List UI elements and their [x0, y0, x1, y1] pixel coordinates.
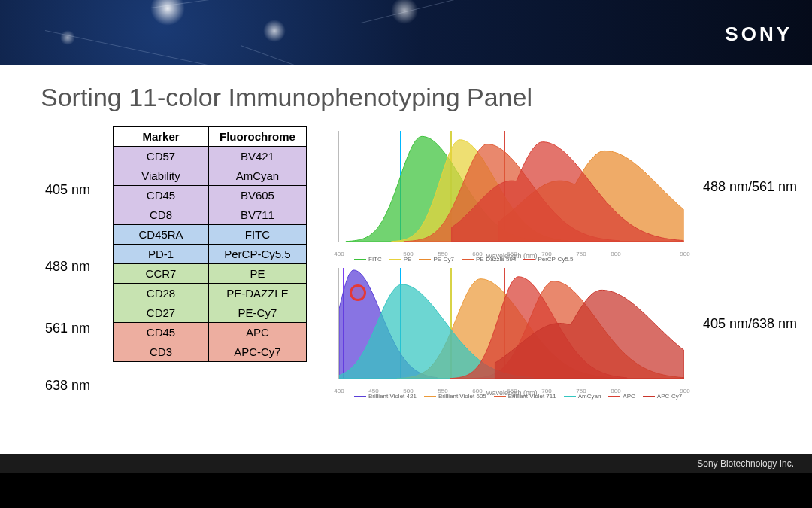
sony-logo: SONY [725, 23, 792, 44]
chart-side-label: 488 nm/561 nm [703, 178, 797, 194]
slide-title: Sorting 11-color Immunophenotyping Panel [41, 83, 532, 112]
laser-label: 561 nm [45, 321, 90, 336]
cell-marker: CD57 [114, 147, 209, 166]
cell-marker: CD28 [114, 284, 209, 303]
bottom-letterbox [0, 473, 812, 508]
cell-fluorochrome: AmCyan [209, 166, 307, 186]
table-header-fluorochrome: Fluorochrome [209, 127, 307, 147]
cell-marker: CD3 [114, 342, 209, 362]
presenter-cursor-icon [350, 284, 366, 301]
cell-fluorochrome: BV605 [209, 186, 307, 205]
table-row: CD45RAFITC [114, 225, 307, 245]
fluorochrome-table: Marker Fluorochrome CD57BV421ViabilityAm… [113, 126, 307, 362]
chart-legend: FITCPEPE-Cy7PE-Dazzle 594PerCP-Cy5.5 [354, 256, 574, 263]
spectra-charts: 400500550600650700750800900Wavelength (n… [338, 131, 804, 405]
cell-marker: CCR7 [114, 264, 209, 284]
cell-marker: CD45RA [114, 225, 209, 245]
table-row: CD28PE-DAZZLE [114, 284, 307, 303]
cell-fluorochrome: PE [209, 264, 307, 284]
chart-side-label: 405 nm/638 nm [703, 315, 797, 331]
spectrum-chart-405-638: 400450500550600650700750800900Wavelength… [338, 268, 684, 379]
top-banner: SONY [0, 0, 812, 65]
table-row: CD3APC-Cy7 [114, 342, 307, 362]
table-header-marker: Marker [114, 127, 209, 147]
laser-label: 488 nm [45, 259, 90, 275]
table-row: CCR7PE [114, 264, 307, 284]
cell-fluorochrome: PE-Cy7 [209, 303, 307, 323]
laser-label: 638 nm [45, 378, 90, 394]
cell-marker: CD45 [114, 186, 209, 205]
table-row: CD57BV421 [114, 147, 307, 166]
cell-fluorochrome: PE-DAZZLE [209, 284, 307, 303]
cell-fluorochrome: BV421 [209, 147, 307, 166]
cell-marker: PD-1 [114, 245, 209, 264]
cell-fluorochrome: APC [209, 323, 307, 342]
spectrum-chart-488-561: 400500550600650700750800900Wavelength (n… [338, 131, 684, 242]
sony-logo-text: SONY [725, 23, 792, 45]
table-row: CD45APC [114, 323, 307, 342]
cell-fluorochrome: PerCP-Cy5.5 [209, 245, 307, 264]
cell-fluorochrome: APC-Cy7 [209, 342, 307, 362]
table-row: CD45BV605 [114, 186, 307, 205]
cell-fluorochrome: BV711 [209, 205, 307, 225]
table-row: CD8BV711 [114, 205, 307, 225]
table-row: ViabilityAmCyan [114, 166, 307, 186]
cell-fluorochrome: FITC [209, 225, 307, 245]
cell-marker: Viability [114, 166, 209, 186]
cell-marker: CD8 [114, 205, 209, 225]
laser-label: 405 nm [45, 182, 90, 198]
chart-legend: Brilliant Violet 421Brilliant Violet 605… [354, 393, 682, 400]
footer-text: Sony Biotechnology Inc. [697, 458, 794, 469]
cell-marker: CD27 [114, 303, 209, 323]
footer-strip: Sony Biotechnology Inc. [0, 454, 812, 473]
table-row: PD-1PerCP-Cy5.5 [114, 245, 307, 264]
slide: SONY Sorting 11-color Immunophenotyping … [0, 0, 812, 508]
table-row: CD27PE-Cy7 [114, 303, 307, 323]
cell-marker: CD45 [114, 323, 209, 342]
